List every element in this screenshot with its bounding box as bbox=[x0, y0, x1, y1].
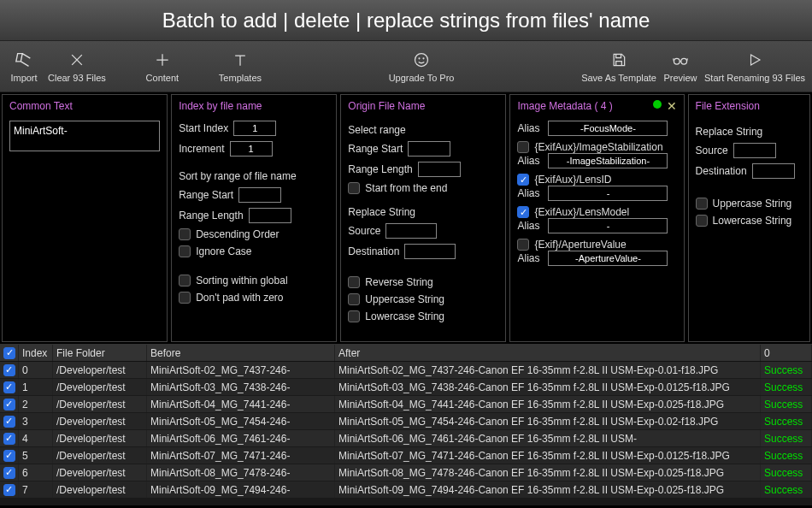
close-panel-icon[interactable]: ✕ bbox=[667, 100, 677, 112]
col-status[interactable]: 0 bbox=[761, 345, 812, 361]
meta-checkbox[interactable] bbox=[517, 239, 529, 251]
origin-title: Origin File Name bbox=[348, 100, 498, 112]
table-row[interactable]: 1 /Developer/test MiniArtSoft-03_MG_7438… bbox=[0, 379, 812, 396]
cell-after: MiniArtSoft-05_MG_7454-246-Canon EF 16-3… bbox=[335, 413, 761, 429]
alias-input[interactable] bbox=[548, 153, 668, 168]
alias-input[interactable] bbox=[548, 218, 668, 233]
start-index-input[interactable] bbox=[233, 121, 276, 136]
table-header: Index File Folder Before After 0 bbox=[0, 345, 812, 362]
start-renaming-button[interactable]: Start Renaming 93 Files bbox=[704, 50, 805, 83]
table-row[interactable]: 4 /Developer/test MiniArtSoft-06_MG_7461… bbox=[0, 430, 812, 447]
upgrade-button[interactable]: Upgrade To Pro bbox=[389, 50, 455, 83]
extension-panel: File Extension Replace String Source Des… bbox=[688, 94, 810, 342]
index-title: Index by file name bbox=[179, 100, 329, 112]
row-checkbox[interactable] bbox=[3, 381, 15, 393]
row-checkbox[interactable] bbox=[3, 399, 15, 411]
col-index[interactable]: Index bbox=[19, 345, 53, 361]
orig-range-length-input[interactable] bbox=[418, 162, 461, 177]
no-pad-label: Don't pad with zero bbox=[196, 292, 283, 304]
alias-label: Alias bbox=[517, 187, 543, 199]
alias-input[interactable] bbox=[548, 186, 668, 201]
increment-label: Increment bbox=[179, 143, 224, 155]
idx-range-length-input[interactable] bbox=[249, 208, 291, 223]
preview-button[interactable]: Preview bbox=[663, 50, 697, 83]
start-label: Start Renaming 93 Files bbox=[704, 73, 805, 83]
svg-point-2 bbox=[423, 57, 424, 58]
status-dot-icon[interactable] bbox=[653, 100, 662, 109]
save-template-label: Save As Template bbox=[581, 73, 656, 83]
cell-index: 7 bbox=[19, 481, 53, 498]
cell-before: MiniArtSoft-09_MG_7494-246- bbox=[147, 481, 335, 498]
table-row[interactable]: 3 /Developer/test MiniArtSoft-05_MG_7454… bbox=[0, 413, 812, 430]
cell-folder: /Developer/test bbox=[53, 464, 147, 481]
row-checkbox[interactable] bbox=[3, 433, 15, 445]
ignore-case-label: Ignore Case bbox=[196, 245, 251, 257]
svg-point-0 bbox=[415, 53, 428, 66]
table-row[interactable]: 0 /Developer/test MiniArtSoft-02_MG_7437… bbox=[0, 362, 812, 379]
toolbar: Import Clear 93 Files Content Templates … bbox=[0, 41, 812, 92]
orig-lowercase-checkbox[interactable] bbox=[348, 310, 360, 322]
col-before[interactable]: Before bbox=[147, 345, 335, 361]
clear-button[interactable]: Clear 93 Files bbox=[48, 50, 106, 83]
ignore-case-checkbox[interactable] bbox=[179, 245, 191, 257]
cell-index: 5 bbox=[19, 447, 53, 464]
ext-dest-label: Destination bbox=[696, 165, 747, 177]
row-checkbox[interactable] bbox=[3, 484, 15, 496]
select-all-checkbox[interactable] bbox=[3, 347, 15, 359]
cell-index: 2 bbox=[19, 396, 53, 412]
import-button[interactable]: Import bbox=[7, 50, 41, 83]
content-button[interactable]: Content bbox=[145, 50, 179, 83]
descending-checkbox[interactable] bbox=[179, 228, 191, 240]
cell-after: MiniArtSoft-07_MG_7471-246-Canon EF 16-3… bbox=[335, 447, 761, 464]
no-pad-checkbox[interactable] bbox=[179, 292, 191, 304]
cell-index: 6 bbox=[19, 464, 53, 481]
ext-lowercase-checkbox[interactable] bbox=[696, 215, 708, 227]
start-from-end-checkbox[interactable] bbox=[348, 182, 360, 194]
ext-uppercase-label: Uppercase String bbox=[713, 198, 792, 210]
orig-replace-label: Replace String bbox=[348, 206, 498, 218]
row-checkbox[interactable] bbox=[3, 364, 15, 376]
metadata-title-row: Image Metadata ( 4 ) ✕ bbox=[517, 100, 676, 112]
alias-input[interactable] bbox=[548, 121, 668, 136]
sort-section-label: Sort by range of file name bbox=[179, 170, 329, 182]
ext-uppercase-checkbox[interactable] bbox=[696, 198, 708, 210]
col-folder[interactable]: File Folder bbox=[53, 345, 147, 361]
cell-before: MiniArtSoft-04_MG_7441-246- bbox=[147, 396, 335, 412]
idx-range-start-input[interactable] bbox=[238, 187, 281, 203]
alias-label: Alias bbox=[517, 252, 543, 264]
orig-range-start-input[interactable] bbox=[408, 141, 450, 157]
col-after[interactable]: After bbox=[335, 345, 761, 361]
orig-uppercase-checkbox[interactable] bbox=[348, 293, 360, 305]
increment-input[interactable] bbox=[230, 141, 273, 157]
cell-before: MiniArtSoft-05_MG_7454-246- bbox=[147, 413, 335, 429]
ext-dest-input[interactable] bbox=[752, 163, 795, 179]
meta-checkbox[interactable] bbox=[517, 206, 529, 218]
orig-uppercase-label: Uppercase String bbox=[365, 293, 444, 305]
orig-dest-input[interactable] bbox=[404, 244, 456, 259]
meta-tag: {ExifAux}/ImageStabilization bbox=[534, 141, 662, 153]
save-template-button[interactable]: Save As Template bbox=[581, 50, 656, 83]
alias-input[interactable] bbox=[548, 251, 668, 266]
ext-replace-label: Replace String bbox=[696, 126, 803, 138]
cell-after: MiniArtSoft-04_MG_7441-246-Canon EF 16-3… bbox=[335, 396, 761, 412]
alias-label: Alias bbox=[517, 220, 543, 232]
table-row[interactable]: 5 /Developer/test MiniArtSoft-07_MG_7471… bbox=[0, 447, 812, 464]
metadata-list: Alias{ExifAux}/ImageStabilizationAlias{E… bbox=[517, 121, 676, 271]
meta-checkbox[interactable] bbox=[517, 174, 529, 186]
meta-checkbox[interactable] bbox=[517, 141, 529, 153]
row-checkbox[interactable] bbox=[3, 416, 15, 428]
text-icon bbox=[231, 50, 250, 69]
sort-global-checkbox[interactable] bbox=[179, 275, 191, 286]
ext-source-input[interactable] bbox=[733, 143, 776, 158]
cell-index: 1 bbox=[19, 379, 53, 395]
table-row[interactable]: 7 /Developer/test MiniArtSoft-09_MG_7494… bbox=[0, 481, 812, 499]
common-text-input[interactable]: MiniArtSoft- bbox=[9, 121, 160, 151]
templates-button[interactable]: Templates bbox=[219, 50, 262, 83]
orig-source-input[interactable] bbox=[385, 223, 437, 239]
cell-folder: /Developer/test bbox=[53, 481, 147, 498]
table-row[interactable]: 2 /Developer/test MiniArtSoft-04_MG_7441… bbox=[0, 396, 812, 413]
row-checkbox[interactable] bbox=[3, 450, 15, 462]
table-row[interactable]: 6 /Developer/test MiniArtSoft-08_MG_7478… bbox=[0, 464, 812, 481]
reverse-checkbox[interactable] bbox=[348, 276, 360, 288]
row-checkbox[interactable] bbox=[3, 467, 15, 479]
